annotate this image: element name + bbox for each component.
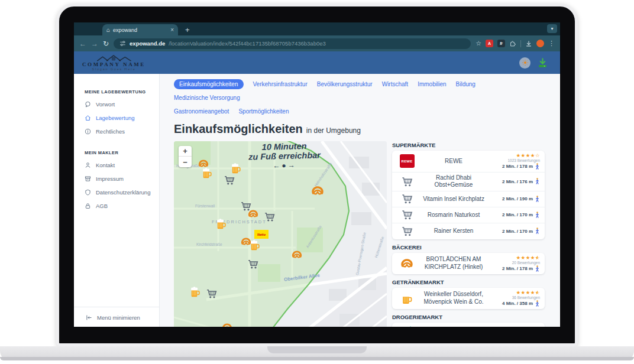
- distance-text: 2 Min. / 170 m: [502, 212, 533, 218]
- tab-verkehrsinfrastruktur[interactable]: Verkehrsinfrastruktur: [253, 79, 308, 89]
- tab-einkaufsmoeglichkeiten[interactable]: Einkaufsmöglichkeiten: [174, 79, 244, 89]
- sidebar-item-impressum[interactable]: Impressum: [85, 176, 156, 182]
- tab-bildung[interactable]: Bildung: [456, 79, 475, 89]
- tab-immobilien[interactable]: Immobilien: [418, 79, 446, 89]
- walking-distance-icon: [535, 196, 540, 203]
- list-item[interactable]: dm-drogerie markt 5 Min. / 452 m: [392, 323, 545, 327]
- toolbar-divider: [520, 40, 521, 47]
- map-marker-cart[interactable]: [247, 258, 259, 270]
- sidebar-item-kontakt[interactable]: Kontakt: [85, 162, 156, 168]
- walking-distance-icon: [535, 228, 540, 235]
- bakery-card: BROTLÄDCHEN AM KIRCHPLATZ (Hinkel) ★★★★☆…: [392, 253, 545, 274]
- list-item-rewe[interactable]: REWE REWE ★★★★☆ 1023 Bewertungen 2 Min. …: [392, 151, 545, 173]
- minimize-label: Menü minimieren: [97, 314, 140, 321]
- list-item[interactable]: Rachid Dhabi Obst+Gemüse 2 Min. / 176 m: [392, 173, 545, 191]
- map-marker-pretzel[interactable]: [291, 249, 303, 261]
- beer-icon: [400, 292, 413, 305]
- map-zoom-control: + −: [179, 146, 192, 167]
- distance-text: 2 Min. / 190 m: [502, 196, 533, 202]
- zoom-out-button[interactable]: −: [179, 157, 192, 167]
- list-item[interactable]: Vitamin Insel Kirchplatz 2 Min. / 190 m: [392, 191, 545, 207]
- sidebar-minimize-button[interactable]: Menü minimieren: [74, 307, 159, 322]
- map-marker-beer[interactable]: [189, 286, 201, 298]
- sidebar-item-label: Rechtliches: [96, 128, 125, 135]
- list-item[interactable]: BROTLÄDCHEN AM KIRCHPLATZ (Hinkel) ★★★★☆…: [392, 253, 545, 274]
- sidebar-item-label: Datenschutzerklärung: [96, 189, 150, 196]
- supermarkets-card: REWE REWE ★★★★☆ 1023 Bewertungen 2 Min. …: [392, 151, 545, 239]
- site-info-icon[interactable]: [119, 40, 126, 47]
- map-marker-pretzel[interactable]: [310, 184, 325, 198]
- list-item[interactable]: Rosmarin Naturkost 2 Min. / 170 m: [392, 207, 545, 223]
- distance-text: 4 Min. / 358 m: [502, 301, 533, 307]
- theme-toggle[interactable]: [519, 57, 531, 69]
- company-logo[interactable]: COMPANY NAME Slogan Goes Here: [82, 54, 145, 72]
- collapse-left-icon: [86, 314, 92, 321]
- map-marker-beer[interactable]: [201, 167, 213, 179]
- section-header-supermaerkte: SUPERMÄRKTE: [392, 142, 545, 148]
- map-marker-cart[interactable]: [240, 200, 252, 212]
- tab-wirtschaft[interactable]: Wirtschaft: [382, 79, 408, 89]
- map-marker-cart[interactable]: [206, 288, 218, 300]
- place-name: Rosmarin Naturkost: [418, 212, 489, 219]
- rating-stars: ★★★★☆★: [489, 290, 540, 295]
- new-tab-button[interactable]: +: [185, 26, 190, 34]
- sidebar-item-datenschutz[interactable]: Datenschutzerklärung: [85, 189, 156, 196]
- extensions-puzzle-icon[interactable]: [509, 40, 516, 47]
- map[interactable]: Herzogstraße Fürstenwall FRIEDRICHSTADT …: [174, 141, 387, 327]
- header-actions: [519, 57, 548, 69]
- sidebar-item-rechtliches[interactable]: Rechtliches: [85, 128, 156, 135]
- window-chevron-icon[interactable]: ▾: [547, 24, 557, 33]
- map-marker-netto[interactable]: Netto: [254, 230, 269, 239]
- walking-distance-icon: [535, 265, 540, 272]
- archive-icon: [85, 176, 91, 182]
- reload-icon[interactable]: ↻: [103, 40, 109, 47]
- list-item[interactable]: Rainer Kersten 2 Min. / 170 m: [392, 223, 545, 239]
- tab-bevoelkerungsstruktur[interactable]: Bevölkerungsstruktur: [317, 79, 373, 89]
- pdf-extension-icon[interactable]: A: [486, 40, 493, 47]
- downloads-icon[interactable]: [525, 40, 532, 47]
- browser-toolbar: ← → ↻ expowand.de /locationValuation/ind…: [74, 35, 560, 51]
- sidebar: MEINE LAGEBEWERTUNG Vorwort Lagebewertun…: [74, 74, 160, 327]
- forward-icon[interactable]: →: [91, 40, 98, 47]
- fr-extension-icon[interactable]: fr: [497, 40, 505, 47]
- cart-icon: [401, 176, 413, 187]
- map-marker-cart[interactable]: [224, 174, 235, 186]
- overflow-menu-icon[interactable]: ⋮: [548, 40, 555, 47]
- review-count: 20 Bewertungen: [489, 261, 540, 265]
- tab-sportmoeglichkeiten[interactable]: Sportmöglichkeiten: [238, 106, 289, 116]
- profile-avatar[interactable]: [536, 40, 544, 47]
- speech-bubble-icon: [85, 101, 91, 108]
- drugstore-card: dm-drogerie markt 5 Min. / 452 m: [392, 323, 545, 327]
- back-icon[interactable]: ←: [79, 40, 86, 47]
- url-bar[interactable]: expowand.de /locationValuation/index/542…: [114, 38, 471, 49]
- map-marker-beer[interactable]: [215, 218, 227, 230]
- map-marker-pretzel[interactable]: [221, 321, 233, 327]
- rating-stars: ★★★★☆: [489, 152, 540, 158]
- bookmark-star-icon[interactable]: ☆: [475, 40, 481, 47]
- sidebar-item-agb[interactable]: AGB: [85, 203, 156, 209]
- distance-text: 2 Min. / 170 m: [502, 229, 533, 235]
- tab-medizinische-versorgung[interactable]: Medizinische Versorgung: [174, 93, 240, 103]
- lock-icon: [85, 203, 91, 209]
- place-name: Rachid Dhabi Obst+Gemüse: [418, 174, 489, 189]
- place-name: Weinkeller Düsseldorf, Mövenpick Wein & …: [418, 291, 489, 306]
- map-marker-beer[interactable]: [249, 239, 261, 251]
- place-name: Rainer Kersten: [418, 228, 489, 235]
- browser-tab[interactable]: ⌂ expowand ×: [102, 24, 178, 35]
- distance-text: 2 Min. / 178 m: [502, 164, 533, 170]
- zoom-in-button[interactable]: +: [179, 146, 192, 157]
- tab-gastronomieangebot[interactable]: Gastronomieangebot: [174, 106, 229, 116]
- download-report-icon[interactable]: [537, 57, 548, 69]
- company-name: COMPANY NAME: [82, 62, 145, 68]
- sidebar-item-label: Kontakt: [96, 162, 115, 168]
- map-marker-beer[interactable]: [230, 162, 242, 174]
- map-marker-cart[interactable]: [264, 211, 276, 223]
- sidebar-item-vorwort[interactable]: Vorwort: [85, 101, 156, 108]
- sidebar-item-lagebewertung[interactable]: Lagebewertung: [85, 115, 156, 121]
- sun-icon: [522, 59, 529, 66]
- section-header-drogeriemarkt: DROGERIEMARKT: [392, 314, 545, 320]
- list-item[interactable]: Weinkeller Düsseldorf, Mövenpick Wein & …: [392, 288, 545, 309]
- tab-close-icon[interactable]: ×: [170, 27, 174, 33]
- walking-distance-icon: [535, 300, 540, 307]
- place-name: BROTLÄDCHEN AM KIRCHPLATZ (Hinkel): [418, 256, 489, 271]
